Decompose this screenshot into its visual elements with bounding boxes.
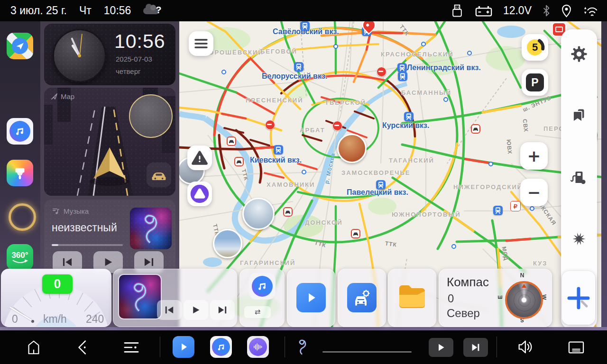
fuel-button[interactable]	[568, 166, 590, 189]
volume-button[interactable]	[515, 337, 534, 356]
map-widget-title-row: Map	[51, 92, 74, 100]
speed-readout: 0	[42, 274, 73, 294]
train-station-icon[interactable]	[493, 206, 503, 215]
now-playing-thumbnail[interactable]	[292, 336, 313, 358]
track-progress[interactable]	[52, 244, 123, 246]
bookmarks-button[interactable]	[568, 104, 590, 127]
parking-button[interactable]: P	[522, 69, 548, 96]
alisa-icon	[189, 183, 210, 204]
map-widget[interactable]: Map	[44, 88, 175, 196]
status-right: 12.0V	[450, 4, 598, 18]
bluetooth-icon[interactable]	[542, 4, 551, 17]
now-playing-art	[118, 274, 162, 319]
dock-prev-button[interactable]	[157, 300, 182, 320]
train-station-icon[interactable]	[300, 21, 310, 31]
home-button[interactable]	[25, 338, 43, 356]
beacon-button[interactable]	[568, 228, 590, 250]
paid-parking-icon[interactable]: ₽	[510, 201, 521, 211]
speedometer-widget[interactable]: 0 0 km/h 240	[1, 269, 111, 327]
voice-app-shortcut[interactable]	[247, 336, 269, 358]
dock-play-button[interactable]	[184, 300, 208, 320]
minus-icon: −	[527, 184, 541, 200]
parking-icon: P	[526, 73, 544, 91]
poi-photo-university[interactable]	[213, 229, 242, 258]
road-event-icon[interactable]	[283, 207, 293, 217]
train-station-icon[interactable]	[398, 72, 407, 81]
media-play-button[interactable]	[429, 338, 453, 357]
report-event-button[interactable]	[187, 146, 212, 170]
compass-widget[interactable]: Компас 0 Север N W S E	[439, 269, 552, 327]
no-entry-icon[interactable]	[265, 120, 275, 130]
zoom-out-button[interactable]: −	[520, 179, 548, 206]
no-entry-icon[interactable]	[332, 121, 342, 131]
train-station-icon[interactable]	[274, 145, 283, 155]
bookmark-icon	[570, 106, 588, 126]
music-dock-bar[interactable]	[113, 269, 237, 327]
video-app-shortcut[interactable]	[296, 283, 326, 312]
speaker-icon	[516, 339, 533, 355]
camera-360-app[interactable]: 360°	[7, 244, 33, 271]
zoom-in-button[interactable]: +	[520, 142, 548, 170]
compass-title: Компас	[447, 275, 489, 290]
voltage-readout: 12.0V	[503, 4, 532, 17]
music-app-shortcut[interactable]	[210, 336, 232, 358]
display-button[interactable]	[566, 338, 586, 356]
navigation-arrow-icon	[12, 38, 28, 54]
car-settings-shortcut[interactable]	[347, 283, 377, 312]
media-progress[interactable]	[322, 351, 412, 353]
road-event-icon[interactable]	[227, 136, 236, 146]
train-station-icon[interactable]	[397, 63, 407, 73]
poi-photo-stadium[interactable]	[242, 198, 275, 230]
train-station-icon[interactable]	[404, 112, 414, 121]
music-source-card[interactable]: ⇄	[239, 269, 285, 327]
road-event-icon[interactable]	[351, 229, 360, 238]
car-settings-card[interactable]	[338, 269, 386, 327]
alisa-assistant-button[interactable]	[187, 182, 212, 206]
ring-app[interactable]	[9, 203, 36, 231]
clock-center	[78, 54, 81, 57]
road-event-icon[interactable]	[471, 124, 480, 134]
train-station-icon[interactable]	[294, 62, 304, 72]
compass-dial	[505, 281, 543, 319]
back-icon	[75, 339, 90, 355]
track-progress-fill	[52, 244, 58, 246]
ruble-sign: ₽	[514, 203, 517, 210]
train-station-icon[interactable]	[376, 180, 386, 190]
play-icon	[437, 343, 445, 352]
add-icon	[566, 286, 591, 310]
navigator-app[interactable]	[7, 33, 33, 59]
wifi-icon[interactable]	[582, 4, 598, 18]
map-menu-button[interactable]	[189, 31, 213, 56]
gear-icon	[570, 44, 588, 64]
vehicle-button[interactable]	[147, 163, 171, 187]
traffic-score-button[interactable]: 5	[522, 34, 548, 61]
dock-next-button[interactable]	[210, 300, 235, 320]
audio-source-switch[interactable]: ⇄	[244, 306, 271, 318]
video-app-shortcut[interactable]	[173, 336, 194, 358]
voice-wave-icon	[249, 338, 267, 356]
poi-photo-kremlin[interactable]	[337, 134, 367, 163]
status-bar: 3 июл. 25 г. Чт 10:56 ? 12.0V	[0, 0, 607, 21]
no-entry-icon[interactable]	[377, 67, 386, 77]
music-app[interactable]	[7, 118, 33, 145]
settings-button[interactable]	[568, 43, 590, 65]
analog-clock	[53, 29, 106, 82]
theme-app[interactable]	[7, 160, 33, 186]
recents-button[interactable]	[122, 338, 140, 356]
back-button[interactable]	[74, 338, 92, 356]
video-app-card[interactable]	[287, 269, 335, 327]
play-icon	[304, 291, 318, 305]
music-app-shortcut[interactable]	[249, 273, 276, 300]
add-widget-card[interactable]	[562, 271, 595, 325]
usb-icon	[450, 4, 464, 18]
plus-icon: +	[527, 148, 541, 164]
media-next-button[interactable]	[463, 338, 488, 357]
file-manager-card[interactable]	[388, 269, 436, 327]
nav-divider	[160, 337, 160, 357]
weather-icon[interactable]: ?	[143, 4, 162, 18]
compass-direction: Север	[447, 307, 480, 320]
location-icon[interactable]	[561, 4, 572, 18]
file-manager-shortcut[interactable]	[397, 284, 427, 311]
clock-widget[interactable]: 10:56 2025-07-03 четверг	[44, 24, 175, 85]
road-event-icon[interactable]	[234, 157, 244, 166]
